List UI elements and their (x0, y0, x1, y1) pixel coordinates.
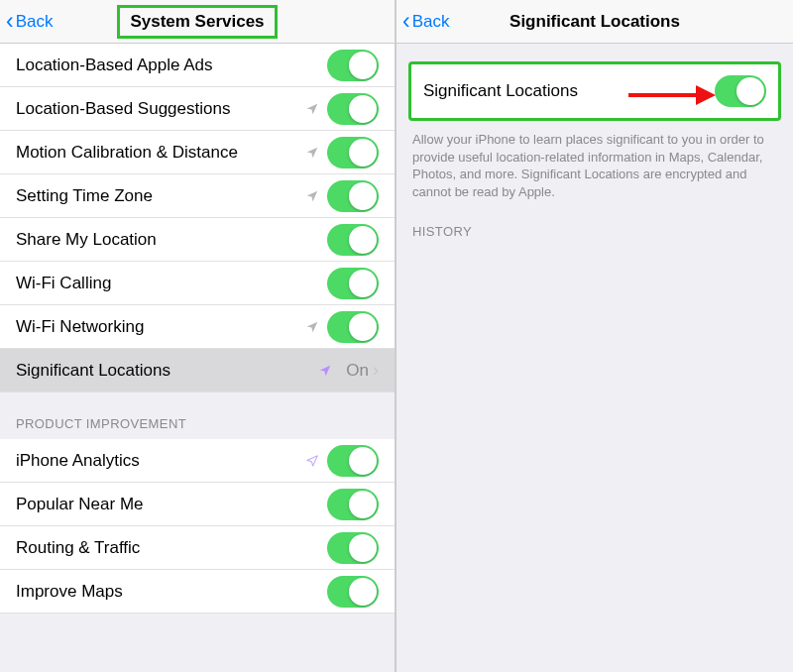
toggle-switch[interactable] (327, 489, 379, 520)
back-label: Back (16, 12, 54, 32)
toggle-switch[interactable] (327, 180, 379, 212)
toggle-switch[interactable] (327, 93, 379, 125)
location-arrow-icon (305, 146, 319, 160)
row-label: Popular Near Me (16, 495, 327, 514)
toggle-switch[interactable] (327, 445, 379, 477)
section-header-product-improvement: PRODUCT IMPROVEMENT (0, 392, 395, 439)
description-text: Allow your iPhone to learn places signif… (396, 121, 793, 200)
back-button[interactable]: ‹ Back (402, 10, 449, 33)
row-label: Wi-Fi Networking (16, 317, 305, 337)
chevron-right-icon: › (373, 360, 379, 381)
toggle-switch[interactable] (327, 224, 379, 256)
row-location-ads[interactable]: Location-Based Apple Ads (0, 44, 395, 87)
location-arrow-outline-icon (305, 454, 319, 468)
row-time-zone[interactable]: Setting Time Zone (0, 174, 395, 218)
row-label: Routing & Traffic (16, 538, 327, 558)
row-wifi-networking[interactable]: Wi-Fi Networking (0, 305, 395, 349)
row-label: Share My Location (16, 230, 327, 250)
row-significant-locations[interactable]: Significant Locations On › (0, 349, 395, 392)
location-arrow-icon (305, 320, 319, 334)
row-share-location[interactable]: Share My Location (0, 218, 395, 262)
row-label: Significant Locations (16, 361, 318, 381)
toggle-switch[interactable] (327, 137, 379, 168)
back-button[interactable]: ‹ Back (6, 10, 53, 33)
toggle-switch[interactable] (327, 50, 379, 81)
row-wifi-calling[interactable]: Wi-Fi Calling (0, 262, 395, 305)
row-label: Location-Based Apple Ads (16, 56, 327, 75)
navbar-left: ‹ Back System Services (0, 0, 395, 44)
row-label: iPhone Analytics (16, 451, 305, 471)
toggle-switch[interactable] (327, 532, 379, 564)
back-label: Back (412, 12, 450, 32)
settings-list-2: iPhone Analytics Popular Near Me Routing… (0, 439, 395, 614)
row-improve-maps[interactable]: Improve Maps (0, 570, 395, 614)
toggle-switch[interactable] (327, 576, 379, 608)
settings-list: Location-Based Apple Ads Location-Based … (0, 44, 395, 392)
row-label: Location-Based Suggestions (16, 99, 305, 119)
row-popular-near-me[interactable]: Popular Near Me (0, 483, 395, 526)
toggle-switch[interactable] (327, 311, 379, 343)
row-routing-traffic[interactable]: Routing & Traffic (0, 526, 395, 570)
toggle-switch[interactable] (327, 268, 379, 299)
row-motion-calibration[interactable]: Motion Calibration & Distance (0, 131, 395, 174)
location-arrow-icon (305, 189, 319, 203)
row-label: Wi-Fi Calling (16, 274, 327, 293)
row-label: Significant Locations (423, 81, 715, 101)
row-label: Setting Time Zone (16, 186, 305, 206)
location-arrow-icon (318, 364, 332, 378)
page-title: System Services (0, 5, 395, 39)
section-header-history: HISTORY (396, 200, 793, 247)
chevron-left-icon: ‹ (6, 10, 14, 33)
row-location-suggestions[interactable]: Location-Based Suggestions (0, 87, 395, 131)
location-arrow-icon (305, 102, 319, 116)
row-label: Motion Calibration & Distance (16, 143, 305, 163)
pane-system-services: ‹ Back System Services Location-Based Ap… (0, 0, 396, 672)
row-label: Improve Maps (16, 582, 327, 602)
row-significant-locations-toggle[interactable]: Significant Locations (408, 61, 781, 121)
page-title: Significant Locations (396, 12, 793, 32)
row-status: On (346, 361, 369, 381)
navbar-right: ‹ Back Significant Locations (396, 0, 793, 44)
row-iphone-analytics[interactable]: iPhone Analytics (0, 439, 395, 483)
pane-significant-locations: ‹ Back Significant Locations Significant… (396, 0, 793, 672)
chevron-left-icon: ‹ (402, 10, 410, 33)
toggle-switch[interactable] (715, 75, 766, 107)
